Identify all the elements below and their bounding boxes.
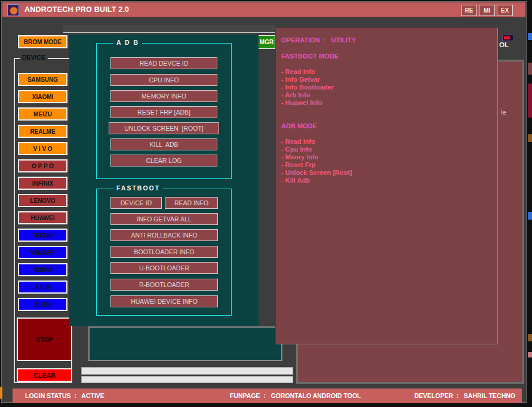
operations-panel: A D B READ DEVCE ID CPU INFO MEMORY INFO… [69, 35, 259, 326]
vivo-button[interactable]: V I V O [18, 142, 67, 155]
unlock-screen-root-button[interactable]: UNLOCK SCREEN [ROOT] [109, 122, 219, 134]
anti-rollback-info-button[interactable]: ANTI ROLLBACK INFO [110, 229, 218, 241]
info-item: - Kill Adb [281, 177, 310, 184]
minimize-button[interactable]: MI [479, 5, 495, 16]
clipped-log-text: le [501, 109, 506, 116]
funpage-label: FUNPAGE : GORONTALO ANDROID TOOL [230, 392, 361, 399]
memory-info-button[interactable]: MEMORY INFO [110, 90, 217, 102]
oppo-button[interactable]: O P P O [18, 159, 67, 172]
info-item: - Read Info [281, 68, 315, 75]
vsmart-button[interactable]: VSMART [18, 246, 67, 259]
device-id-button[interactable]: DEVICE ID [110, 197, 162, 209]
info-item: - Arb Info [281, 91, 310, 98]
realme-button[interactable]: REALME [18, 125, 67, 138]
cpu-info-button[interactable]: CPU INFO [110, 74, 217, 86]
top-divider [63, 25, 276, 33]
mgr-button[interactable]: MGR [259, 35, 275, 49]
right-edge-fragment [528, 352, 532, 357]
info-item: - Unlock Screen [Root] [281, 169, 352, 176]
clear-log-button[interactable]: CLEAR LOG [110, 155, 217, 166]
device-group-label: DEVICE [20, 54, 48, 61]
r-bootloader-button[interactable]: R-BOOTLOADER [110, 279, 218, 291]
xiaomi-button[interactable]: XIAOMI [18, 90, 67, 103]
bootloader-info-button[interactable]: BOOTLOADER INFO [110, 246, 218, 258]
right-edge-fragment [528, 334, 532, 341]
left-edge-fragment [0, 387, 2, 399]
developer-label: DEVELOPER : SAHRIL TECHNO [414, 392, 515, 399]
nokia-button[interactable]: NOKIA [18, 263, 67, 276]
fastboot-groupbox: FASTBOOT DEVICE ID READ INFO INFO GETVAR… [96, 189, 232, 316]
auto-button[interactable]: AUTO [18, 298, 67, 311]
right-edge-fragment [528, 84, 532, 118]
status-indicator [502, 35, 514, 41]
right-edge-fragment [528, 63, 532, 75]
info-item: - Huawei Info [281, 99, 322, 106]
clear-button[interactable]: CLEAR [17, 368, 72, 382]
infinix-button[interactable]: INFINIX [18, 177, 67, 190]
read-info-button[interactable]: READ INFO [165, 197, 218, 209]
main-window: ANDROTECH PRO BUILT 2.0 RE MI EX BROM MO… [1, 1, 527, 403]
clipped-header-text: OL [499, 41, 509, 48]
adb-mode-header: ADB MODE [281, 122, 317, 130]
huawei-device-info-button[interactable]: HUAWEI DEVICE INFO [110, 295, 218, 307]
samsung-button[interactable]: SAMSUNG [18, 73, 67, 86]
huawei-button[interactable]: HUAWEI [18, 211, 67, 224]
brom-mode-button[interactable]: BROM MODE [18, 35, 67, 48]
info-item: - Cpu Info [281, 146, 312, 153]
asus-button[interactable]: ASUS [18, 280, 67, 294]
info-item: - Info Bootloader [281, 84, 334, 91]
info-getvar-all-button[interactable]: INFO GETVAR ALL [110, 213, 218, 225]
right-edge-fragment [528, 212, 532, 220]
right-edge-fragment [528, 134, 532, 142]
progress-bar-2 [81, 376, 293, 383]
info-item: - Info Getvar [281, 76, 320, 83]
right-edge-fragment [528, 33, 532, 40]
status-bar: LOGIN STATUS : ACTIVE FUNPAGE : GORONTAL… [13, 388, 522, 403]
login-status-label: LOGIN STATUS : ACTIVE [25, 392, 104, 399]
info-item: - Read Info [281, 138, 315, 145]
app-logo-icon [7, 4, 19, 16]
kill-adb-button[interactable]: KILL ADB [110, 138, 217, 150]
window-title: ANDROTECH PRO BUILT 2.0 [24, 5, 129, 14]
operation-line: OPERATION : UTILITY [281, 36, 356, 44]
title-bar: ANDROTECH PRO BUILT 2.0 RE MI EX [2, 2, 525, 17]
log-console [88, 326, 282, 361]
lenovo-button[interactable]: LENOVO [18, 194, 67, 207]
stop-button[interactable]: STOP [17, 317, 72, 361]
adb-group-label: A D B [113, 39, 142, 46]
exit-button[interactable]: EX [497, 5, 513, 16]
reset-frp-adb-button[interactable]: RESET FRP [ADB] [110, 106, 217, 118]
status-indicator-fill [504, 36, 510, 39]
restart-button[interactable]: RE [461, 5, 477, 16]
read-device-id-button[interactable]: READ DEVCE ID [110, 57, 217, 69]
info-item: - Reset Frp [281, 161, 315, 168]
fastboot-mode-header: FASTBOOT MODE [281, 53, 339, 60]
meizu-button[interactable]: MEIZU [18, 107, 67, 121]
tecno-button[interactable]: TECNO [18, 229, 67, 242]
info-item: - Meory Info [281, 153, 318, 161]
u-bootloader-button[interactable]: U-BOOTLOADER [110, 262, 218, 274]
adb-groupbox: A D B READ DEVCE ID CPU INFO MEMORY INFO… [96, 43, 232, 179]
app-screen: ANDROTECH PRO BUILT 2.0 RE MI EX BROM MO… [0, 0, 532, 407]
progress-bar-1 [81, 367, 293, 375]
fastboot-group-label: FASTBOOT [113, 184, 163, 192]
